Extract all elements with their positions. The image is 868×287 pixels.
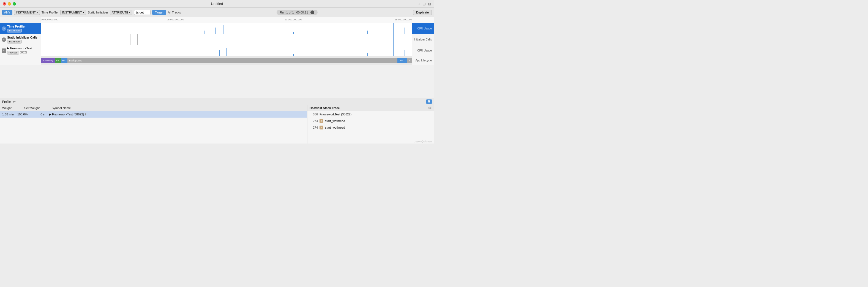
heaviest-stack-panel: Heaviest Stack Trace ⚙ 556 FrameworkTest…: [307, 105, 434, 144]
stack-count-0: 556: [310, 113, 318, 116]
time-profiler-icon: ⏱: [2, 26, 6, 31]
empty-track-area: [0, 65, 434, 98]
table-header: Weight Self Weight Symbol Name: [0, 105, 307, 111]
cpu-spike: [204, 31, 205, 34]
add-window-button[interactable]: +: [418, 2, 420, 6]
filter-icon[interactable]: E: [426, 99, 432, 104]
cpu-spike: [219, 50, 220, 56]
titlebar: ✕ Untitled + ⊟ ⊠: [0, 0, 434, 8]
target-button[interactable]: Target: [152, 10, 166, 15]
minimize-button[interactable]: [8, 2, 11, 5]
info-icon[interactable]: i: [310, 10, 314, 14]
lifecycle-foreground2: Fo...: [397, 58, 407, 63]
row-weight: 1.68 min: [2, 113, 17, 116]
attribute-chevron-icon: ▾: [129, 11, 130, 14]
instrument-chevron-icon: ▾: [37, 11, 38, 14]
init-marker: [123, 34, 123, 45]
target-input[interactable]: [134, 10, 151, 15]
instrument2-label: INSTRUMENT: [62, 11, 82, 14]
time-profiler-label[interactable]: ⏱ Time Profiler Instrument: [0, 23, 41, 34]
cpu-spike: [226, 48, 227, 56]
any-label: ANY: [4, 11, 10, 14]
stack-name-2: start_wqthread: [325, 126, 345, 129]
cpu-spike: [367, 53, 368, 56]
lifecycle-launch: La...: [55, 58, 61, 63]
col-self-weight[interactable]: Self Weight: [24, 106, 52, 110]
instrument2-filter-tag[interactable]: INSTRUMENT ▾: [60, 10, 86, 15]
static-init-name: Static Initializer Calls: [7, 36, 37, 39]
stack-row-2: 274 f start_wqthread: [307, 124, 434, 131]
time-profiler-badge: Instrument: [7, 29, 22, 32]
framework-test-cpu-track: ≡ ▶ FrameworkTest Process 38622: [0, 45, 434, 56]
cpu-spike: [390, 26, 390, 34]
static-initializer-content[interactable]: [41, 34, 412, 45]
time-marker: [393, 34, 394, 45]
col-symbol-name[interactable]: Symbol Name: [52, 106, 71, 110]
split-view-button[interactable]: ⊟: [423, 2, 426, 6]
lifecycle-initializing: Initializing: [41, 58, 55, 63]
static-init-badge: Instrument: [7, 40, 22, 44]
duplicate-button[interactable]: Duplicate: [413, 10, 432, 15]
profile-label: Profile: [2, 100, 11, 103]
all-tracks-button[interactable]: All Tracks: [168, 11, 181, 14]
app-lifecycle-right-label: App Lifecycle: [412, 56, 434, 65]
stack-row-1: 274 f start_wqthread: [307, 118, 434, 124]
cpu-spike: [245, 31, 245, 34]
stack-count-2: 274: [310, 126, 318, 129]
tick-1: 05.000.000.000: [167, 18, 184, 21]
framework-test-name: FrameworkTest: [10, 47, 32, 50]
framework-test-right-label: CPU Usage: [412, 45, 434, 56]
maximize-button[interactable]: [13, 2, 16, 5]
cpu-spike: [245, 54, 245, 56]
any-filter-tag[interactable]: ANY: [2, 10, 12, 15]
time-profiler-track: ⏱ Time Profiler Instrument CPU Usage: [0, 23, 434, 34]
framework-test-label[interactable]: ≡ ▶ FrameworkTest Process 38622: [0, 45, 41, 56]
app-lifecycle-track: Initializing La... For... Background Fo.…: [0, 56, 434, 65]
time-marker: [393, 45, 394, 56]
row-self-weight: 0 s: [32, 113, 49, 116]
table-row[interactable]: 1.68 min 100.0% 0 s ▶ FrameworkTest (386…: [0, 111, 307, 118]
col-weight[interactable]: Weight: [2, 106, 24, 110]
attribute-label: ATTRIBUTE: [112, 11, 128, 14]
stack-icon-1: f: [319, 119, 323, 123]
lifecycle-background2: B: [407, 58, 412, 63]
watermark: CSDN @sluntun: [414, 140, 432, 143]
heaviest-header: Heaviest Stack Trace ⚙: [307, 105, 434, 111]
bottom-content: Weight Self Weight Symbol Name 1.68 min …: [0, 105, 434, 144]
time-profiler-name: Time Profiler: [7, 25, 26, 28]
cpu-spike: [405, 50, 405, 56]
tick-3: 15.000.000.000: [395, 18, 412, 21]
lifecycle-background: Background: [67, 58, 397, 63]
attribute-filter-tag[interactable]: ATTRIBUTE ▾: [110, 10, 132, 15]
framework-test-icon: ≡: [2, 49, 6, 53]
time-profiler-content[interactable]: [41, 23, 412, 34]
close-button[interactable]: ✕: [3, 2, 6, 5]
row-info-icon[interactable]: ℹ: [85, 113, 86, 116]
titlebar-right-controls: + ⊟ ⊠: [418, 2, 431, 6]
sort-indicator[interactable]: ▴▾: [13, 100, 16, 103]
stack-name-1: start_wqthread: [325, 119, 345, 122]
cpu-spike: [216, 28, 216, 34]
run-info: Run 1 of 1 | 00:00:21 i: [277, 10, 318, 15]
time-marker: [393, 23, 394, 34]
app-lifecycle-content[interactable]: Initializing La... For... Background Fo.…: [41, 56, 412, 65]
tick-0: 00.000.000.000: [41, 18, 58, 21]
time-profiler-label: Time Profiler: [41, 11, 59, 14]
cpu-spike: [390, 49, 390, 56]
static-initializer-track: S Static Initializer Calls Instrument In…: [0, 34, 434, 45]
traffic-lights: ✕: [3, 2, 16, 5]
static-init-label: Static Initializer: [88, 11, 108, 14]
static-init-icon: S: [2, 37, 6, 42]
ruler-left-spacer: [0, 17, 41, 23]
init-marker: [130, 34, 130, 45]
profile-table: Weight Self Weight Symbol Name 1.68 min …: [0, 105, 307, 144]
framework-test-cpu-content[interactable]: [41, 45, 412, 56]
static-initializer-label[interactable]: S Static Initializer Calls Instrument: [0, 34, 41, 45]
fullscreen-button[interactable]: ⊠: [428, 2, 431, 6]
timeline-ruler-row: 00.000.000.000 05.000.000.000 10.000.000…: [0, 17, 434, 23]
instrument-filter-tag[interactable]: INSTRUMENT ▾: [14, 10, 40, 15]
static-init-right-label: Initializer Calls: [412, 34, 434, 45]
heaviest-settings-icon[interactable]: ⚙: [428, 106, 432, 110]
tick-2: 10.000.000.000: [285, 18, 302, 21]
process-pid: 38622: [20, 51, 28, 54]
